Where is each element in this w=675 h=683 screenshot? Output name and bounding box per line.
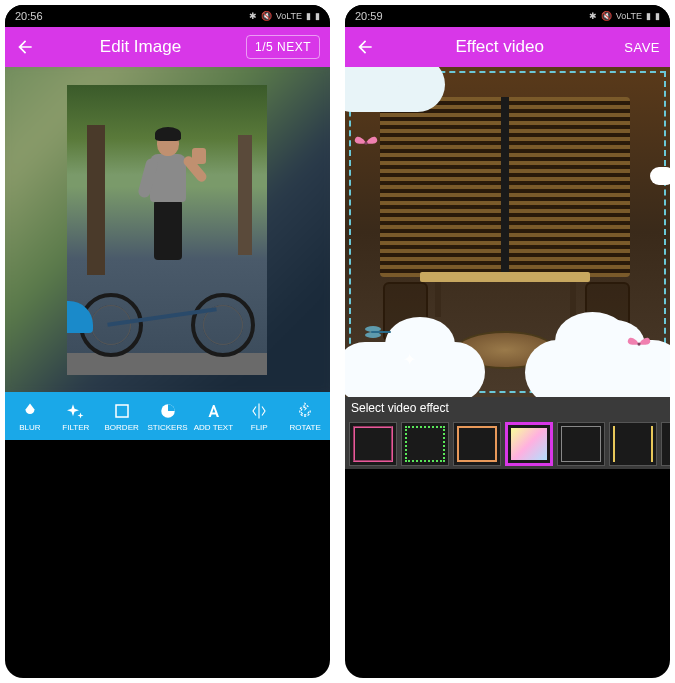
- status-time: 20:59: [355, 10, 383, 22]
- page-title: Effect video: [375, 37, 624, 57]
- tool-label: BORDER: [105, 423, 139, 432]
- filter-icon: [66, 401, 86, 421]
- status-icons: ✱ 🔇 VoLTE ▮ ▮: [589, 11, 660, 21]
- nav-bar-area: [5, 440, 330, 478]
- tool-label: FILTER: [62, 423, 89, 432]
- status-bar: 20:59 ✱ 🔇 VoLTE ▮ ▮: [345, 5, 670, 27]
- butterfly-decoration: [626, 333, 652, 355]
- next-label: NEXT: [277, 40, 311, 54]
- back-icon[interactable]: [15, 37, 35, 57]
- svg-point-2: [364, 141, 367, 144]
- svg-rect-6: [371, 331, 391, 333]
- effect-thumb-4[interactable]: [557, 422, 605, 466]
- rotate-icon: [295, 401, 315, 421]
- blur-icon: [20, 401, 40, 421]
- filter-button[interactable]: FILTER: [53, 401, 99, 432]
- sparkle-decoration: ✦: [403, 350, 416, 369]
- mute-icon: 🔇: [261, 11, 272, 21]
- svg-point-3: [637, 342, 640, 345]
- tool-label: ADD TEXT: [194, 423, 233, 432]
- border-icon: [112, 401, 132, 421]
- battery-icon: ▮: [315, 11, 320, 21]
- tool-label: BLUR: [19, 423, 40, 432]
- rotate-button[interactable]: ROTATE: [282, 401, 328, 432]
- signal-icon: ▮: [646, 11, 651, 21]
- cloud-decoration: [650, 167, 670, 185]
- mute-icon: 🔇: [601, 11, 612, 21]
- tool-label: STICKERS: [148, 423, 188, 432]
- page-title: Edit Image: [35, 37, 246, 57]
- tool-label: ROTATE: [289, 423, 320, 432]
- phone-effect-video: 20:59 ✱ 🔇 VoLTE ▮ ▮ Effect video SAVE: [345, 5, 670, 678]
- border-button[interactable]: BORDER: [99, 401, 145, 432]
- stickers-icon: [158, 401, 178, 421]
- tool-label: FLIP: [251, 423, 268, 432]
- photo: SmartBike: [67, 85, 267, 375]
- signal-icon: ▮: [306, 11, 311, 21]
- network-label: VoLTE: [276, 11, 302, 21]
- cloud-decoration: [345, 67, 445, 112]
- header: Edit Image 1/5 NEXT: [5, 27, 330, 67]
- status-bar: 20:56 ✱ 🔇 VoLTE ▮ ▮: [5, 5, 330, 27]
- network-label: VoLTE: [616, 11, 642, 21]
- flip-icon: [249, 401, 269, 421]
- effect-selector: [345, 419, 670, 469]
- status-time: 20:56: [15, 10, 43, 22]
- effect-thumb-1[interactable]: [401, 422, 449, 466]
- blur-button[interactable]: BLUR: [7, 401, 53, 432]
- progress-indicator: 1/5: [255, 40, 273, 54]
- bluetooth-icon: ✱: [589, 11, 597, 21]
- svg-rect-0: [116, 405, 128, 417]
- nav-bar-area: [345, 469, 670, 507]
- effect-preview[interactable]: ✦: [345, 67, 670, 397]
- flip-button[interactable]: FLIP: [236, 401, 282, 432]
- butterfly-decoration: [353, 132, 379, 154]
- phone-edit-image: 20:56 ✱ 🔇 VoLTE ▮ ▮ Edit Image 1/5 NEXT: [5, 5, 330, 678]
- add-text-button[interactable]: ADD TEXT: [190, 401, 236, 432]
- section-label: Select video effect: [345, 397, 670, 419]
- stickers-button[interactable]: STICKERS: [145, 401, 191, 432]
- edit-toolbar: BLUR FILTER BORDER STICKERS ADD TEXT FLI…: [5, 392, 330, 440]
- text-icon: [203, 401, 223, 421]
- image-preview[interactable]: SmartBike: [5, 67, 330, 392]
- dragonfly-decoration: [365, 323, 393, 339]
- effect-thumb-2[interactable]: [453, 422, 501, 466]
- next-button[interactable]: 1/5 NEXT: [246, 35, 320, 59]
- save-button[interactable]: SAVE: [624, 40, 660, 55]
- bluetooth-icon: ✱: [249, 11, 257, 21]
- back-icon[interactable]: [355, 37, 375, 57]
- effect-thumb-6[interactable]: [661, 422, 670, 466]
- effect-thumb-5[interactable]: [609, 422, 657, 466]
- status-icons: ✱ 🔇 VoLTE ▮ ▮: [249, 11, 320, 21]
- effect-thumb-3[interactable]: [505, 422, 553, 466]
- battery-icon: ▮: [655, 11, 660, 21]
- effect-thumb-0[interactable]: [349, 422, 397, 466]
- header: Effect video SAVE: [345, 27, 670, 67]
